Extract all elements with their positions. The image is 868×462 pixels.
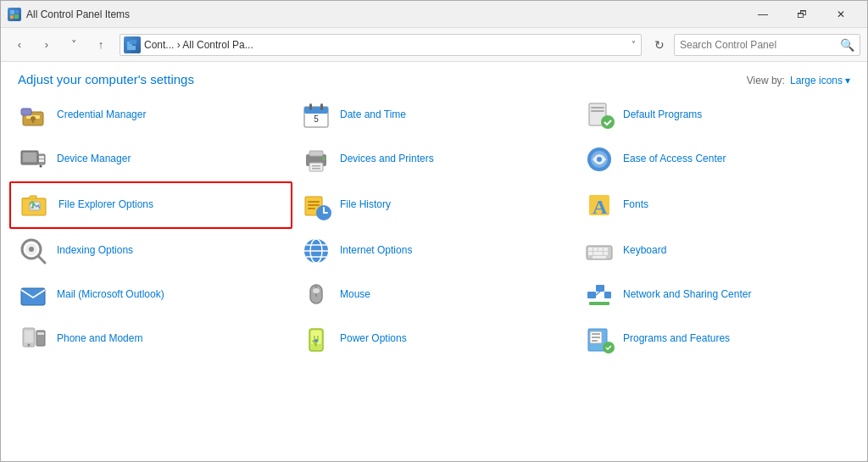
view-by-control: View by: Large icons ▾	[747, 75, 850, 86]
svg-rect-62	[593, 256, 606, 259]
item-icon-power-options	[301, 324, 331, 354]
item-label-fonts: Fonts	[623, 198, 648, 212]
item-label-keyboard: Keyboard	[623, 244, 666, 258]
svg-rect-24	[39, 156, 44, 159]
item-file-explorer-options[interactable]: File Explorer Options	[9, 181, 292, 229]
item-ease-of-access-center[interactable]: Ease of Access Center	[576, 137, 859, 181]
search-icon[interactable]: 🔍	[840, 38, 854, 52]
item-icon-device-manager	[18, 144, 48, 175]
title-bar: All Control Panel Items — 🗗 ✕	[1, 1, 867, 28]
refresh-button[interactable]: ↻	[648, 34, 670, 56]
item-icon-network-sharing-center	[584, 280, 615, 310]
svg-point-32	[322, 157, 326, 160]
item-icon-file-explorer-options	[19, 190, 50, 220]
svg-rect-10	[32, 119, 34, 123]
item-label-file-explorer-options: File Explorer Options	[58, 198, 153, 212]
restore-button[interactable]: 🗗	[782, 1, 821, 28]
svg-rect-0	[10, 10, 14, 14]
svg-rect-85	[592, 337, 600, 338]
item-label-date-and-time: Date and Time	[340, 109, 406, 122]
svg-point-20	[601, 115, 615, 129]
svg-rect-19	[591, 110, 604, 112]
address-dropdown-button[interactable]: ˅	[630, 38, 637, 51]
svg-rect-1	[15, 10, 19, 14]
close-button[interactable]: ✕	[821, 1, 860, 28]
svg-rect-40	[308, 204, 320, 206]
svg-text:A: A	[593, 196, 608, 218]
svg-rect-11	[21, 109, 31, 115]
svg-rect-31	[312, 168, 320, 170]
item-mail-outlook[interactable]: Mail (Microsoft Outlook)	[9, 273, 292, 317]
item-credential-manager[interactable]: Credential Manager	[9, 93, 292, 137]
item-label-phone-and-modem: Phone and Modem	[57, 332, 142, 346]
forward-button[interactable]: ›	[35, 33, 58, 57]
item-label-device-manager: Device Manager	[57, 153, 131, 166]
item-label-mouse: Mouse	[340, 288, 370, 302]
svg-rect-60	[593, 252, 603, 255]
svg-rect-13	[304, 107, 328, 114]
navigation-bar: ‹ › ˅ ↑ Cont... › All Control Pa... ˅ ↻ …	[1, 28, 867, 62]
up-button[interactable]: ↑	[89, 33, 113, 57]
item-icon-phone-and-modem	[18, 324, 48, 354]
item-programs-and-features[interactable]: Programs and Features	[576, 317, 859, 361]
svg-point-26	[40, 165, 42, 168]
item-file-history[interactable]: File History	[292, 181, 576, 229]
item-network-sharing-center[interactable]: Network and Sharing Center	[576, 273, 859, 317]
svg-rect-41	[308, 208, 315, 209]
minimize-button[interactable]: —	[743, 1, 782, 28]
svg-rect-75	[25, 331, 33, 342]
item-keyboard[interactable]: Keyboard	[576, 229, 859, 273]
item-icon-programs-and-features	[584, 324, 615, 354]
address-bar[interactable]: Cont... › All Control Pa... ˅	[120, 34, 642, 56]
item-icon-date-and-time: 5	[301, 100, 331, 131]
svg-rect-67	[587, 292, 596, 298]
svg-rect-58	[604, 248, 608, 251]
item-date-and-time[interactable]: 5Date and Time	[292, 93, 576, 137]
search-input[interactable]	[680, 39, 840, 51]
svg-rect-68	[596, 285, 604, 292]
svg-rect-30	[312, 165, 320, 167]
svg-rect-78	[37, 332, 44, 335]
item-label-network-sharing-center: Network and Sharing Center	[623, 288, 751, 302]
svg-rect-6	[127, 46, 136, 50]
recent-button[interactable]: ˅	[62, 33, 86, 57]
item-icon-mail-outlook	[18, 280, 48, 310]
window-icon	[8, 8, 21, 21]
item-devices-and-printers[interactable]: Devices and Printers	[292, 137, 576, 181]
view-by-label: View by:	[747, 75, 785, 86]
item-icon-fonts: A	[584, 190, 615, 220]
svg-rect-18	[591, 107, 604, 109]
svg-rect-63	[21, 288, 45, 305]
item-power-options[interactable]: Power Options	[292, 317, 576, 361]
item-label-file-history: File History	[340, 198, 391, 212]
svg-point-35	[597, 157, 602, 162]
svg-rect-25	[39, 159, 44, 162]
svg-rect-84	[592, 333, 600, 335]
item-label-default-programs: Default Programs	[623, 109, 702, 122]
search-bar[interactable]: 🔍	[674, 34, 860, 56]
item-phone-and-modem[interactable]: Phone and Modem	[9, 317, 292, 361]
item-device-manager[interactable]: Device Manager	[9, 137, 292, 181]
items-container: Credential Manager5Date and TimeDefault …	[1, 93, 867, 461]
item-icon-credential-manager	[18, 100, 48, 131]
item-internet-options[interactable]: Internet Options	[292, 229, 576, 273]
item-fonts[interactable]: AFonts	[576, 181, 859, 229]
item-mouse[interactable]: Mouse	[292, 273, 576, 317]
item-label-mail-outlook: Mail (Microsoft Outlook)	[57, 288, 164, 302]
item-label-credential-manager: Credential Manager	[57, 109, 146, 122]
svg-rect-86	[592, 340, 598, 342]
svg-rect-57	[598, 248, 603, 251]
item-indexing-options[interactable]: Indexing Options	[9, 229, 292, 273]
item-label-indexing-options: Indexing Options	[57, 244, 133, 258]
item-default-programs[interactable]: Default Programs	[576, 93, 859, 137]
item-label-programs-and-features: Programs and Features	[623, 332, 730, 346]
svg-point-76	[28, 344, 31, 347]
svg-point-81	[314, 339, 318, 342]
content-area: Adjust your computer's settings View by:…	[1, 62, 867, 461]
back-button[interactable]: ‹	[8, 33, 31, 57]
svg-rect-59	[588, 252, 593, 255]
item-label-internet-options: Internet Options	[340, 244, 412, 258]
main-window: All Control Panel Items — 🗗 ✕ ‹ › ˅ ↑ Co…	[0, 0, 868, 462]
view-by-value[interactable]: Large icons ▾	[790, 75, 850, 86]
svg-rect-22	[23, 153, 36, 162]
